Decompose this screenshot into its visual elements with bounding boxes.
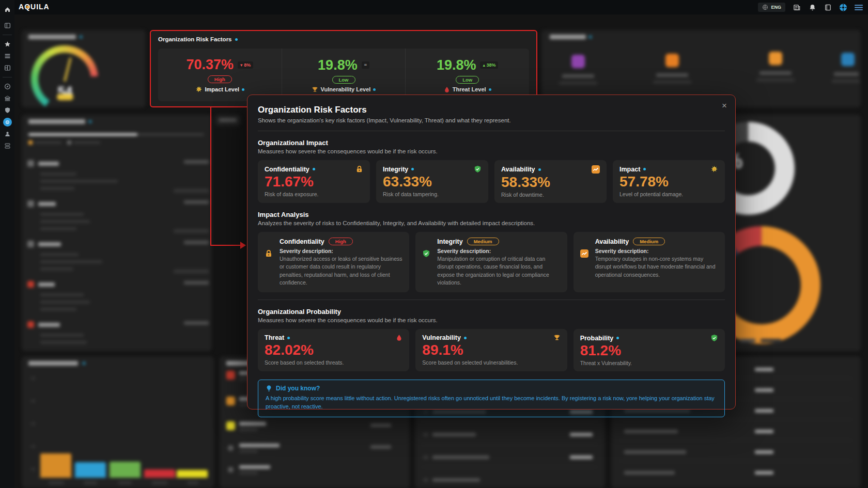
- info-dot-icon[interactable]: [489, 88, 491, 91]
- active-module-icon[interactable]: [2, 116, 13, 128]
- card-value: 58.33%: [501, 174, 600, 191]
- metric-delta: ▴ 38%: [480, 61, 498, 69]
- metric-delta: ▾ 8%: [238, 61, 253, 69]
- info-dot-icon[interactable]: [464, 337, 467, 339]
- card-value: 71.67%: [265, 174, 363, 190]
- section-desc-probability: Measures how severe the consequences wou…: [258, 317, 725, 323]
- severity-text: Manipulation or corruption of critical d…: [437, 255, 560, 287]
- info-dot-icon[interactable]: [643, 168, 646, 170]
- bell-icon[interactable]: [808, 3, 816, 11]
- pending-tasks-panel: [22, 115, 212, 351]
- metric-delta: =: [362, 61, 369, 69]
- severity-label: Severity description:: [437, 248, 560, 254]
- help-compass-icon[interactable]: [839, 3, 847, 11]
- institution-icon[interactable]: [2, 92, 13, 104]
- impact-level-metric: 70.37% ▾ 8% High Impact Level: [158, 49, 282, 101]
- metric-label: Impact Level: [205, 86, 240, 92]
- language-selector[interactable]: ENG: [758, 3, 785, 12]
- card-title: Probability: [580, 335, 614, 342]
- level-pill: High: [208, 75, 232, 83]
- bar: [75, 462, 106, 478]
- threat-level-metric: 19.8% ▴ 38% Low Threat Level: [405, 49, 529, 101]
- annotation-connector-line: [210, 245, 241, 246]
- section-heading-probability: Organizational Probability: [258, 308, 725, 316]
- info-dot-icon[interactable]: [373, 88, 376, 91]
- quick-action-icon[interactable]: [665, 54, 679, 67]
- info-dot-icon[interactable]: [616, 337, 619, 339]
- menu-icon[interactable]: [855, 3, 863, 11]
- card-desc: Score based on selected threats.: [265, 359, 402, 366]
- globe-icon: [762, 4, 768, 10]
- level-pill: Low: [332, 76, 355, 84]
- org-risk-factors-modal: × Organization Risk Factors Shows the or…: [247, 95, 736, 410]
- board-icon[interactable]: [2, 62, 13, 73]
- info-dot-icon[interactable]: [242, 88, 244, 91]
- card-title: Integrity: [437, 238, 462, 245]
- impact-card-impact: Impact 57.78% Level of potential damage.: [613, 160, 725, 203]
- metric-label: Vulnerability Level: [321, 86, 371, 92]
- trophy-icon: [312, 86, 318, 93]
- trend-chart-icon: [592, 165, 600, 174]
- compass-icon[interactable]: [2, 81, 13, 92]
- severity-label: Severity description:: [280, 248, 402, 254]
- card-value: 57.78%: [619, 174, 718, 190]
- lightbulb-icon: [266, 385, 272, 392]
- bar: [40, 453, 71, 478]
- severity-pill: Medium: [633, 238, 665, 245]
- level-pill: Low: [456, 76, 479, 84]
- card-title: Availability: [595, 238, 629, 245]
- card-value: 81.2%: [580, 342, 718, 359]
- lock-icon: [355, 165, 363, 173]
- trend-chart-icon: [580, 249, 588, 258]
- quick-action-icon[interactable]: [841, 53, 855, 66]
- app-logo: AQUILA: [19, 3, 50, 11]
- info-dot-icon[interactable]: [235, 38, 238, 41]
- shield-icon[interactable]: [2, 104, 13, 116]
- info-dot-icon[interactable]: [313, 168, 315, 170]
- panel-toggle-icon[interactable]: [2, 20, 13, 31]
- impact-card-integrity: Integrity 63.33% Risk of data tampering.: [376, 160, 488, 203]
- home-icon[interactable]: [2, 4, 13, 15]
- impact-card-availability: Availability 58.33% Risk of downtime.: [494, 160, 607, 203]
- gauge-badge: [57, 94, 73, 100]
- info-dot-icon[interactable]: [287, 337, 290, 339]
- book-icon[interactable]: [824, 3, 832, 11]
- card-desc: Risk of data exposure.: [265, 191, 363, 197]
- card-title: Confidentiality: [280, 238, 324, 245]
- bar: [144, 469, 175, 478]
- database-icon[interactable]: [2, 140, 13, 151]
- favorites-star-icon[interactable]: [2, 38, 13, 50]
- card-title: Vulnerability: [422, 334, 461, 341]
- severity-pill: Medium: [467, 238, 499, 245]
- card-desc: Risk of downtime.: [501, 192, 600, 198]
- quick-action-icon[interactable]: [769, 52, 782, 65]
- close-icon[interactable]: ×: [722, 101, 727, 110]
- impact-burst-icon: [195, 86, 203, 93]
- top-navbar: AQUILA ENG: [0, 0, 868, 14]
- drop-icon: [396, 334, 402, 341]
- impact-card-confidentiality: Confidentiality 71.67% Risk of data expo…: [258, 160, 370, 203]
- annotation-arrow-icon: [240, 242, 246, 249]
- card-title: Integrity: [383, 166, 408, 173]
- section-heading-analysis: Impact Analysis: [258, 211, 725, 218]
- card-value: 82.02%: [265, 342, 402, 358]
- quick-action-icon[interactable]: [571, 55, 585, 68]
- bar: [110, 462, 141, 478]
- task-count-chip: [215, 115, 241, 126]
- section-desc-impact: Measures how severe the consequences wou…: [258, 148, 725, 154]
- severity-label: Severity description:: [595, 248, 718, 254]
- card-title: Confidentiality: [265, 166, 309, 173]
- section-heading-impact: Organizational Impact: [258, 139, 725, 147]
- card-desc: Threat x Vulnerability.: [580, 360, 718, 366]
- top-assets-bar-panel: [22, 356, 214, 488]
- probability-card-threat: Threat 82.02% Score based on selected th…: [258, 329, 409, 371]
- language-label: ENG: [771, 5, 781, 10]
- bar: [177, 470, 208, 478]
- info-dot-icon[interactable]: [411, 168, 414, 170]
- user-icon[interactable]: [2, 128, 13, 139]
- info-dot-icon[interactable]: [538, 168, 541, 171]
- panel-title: Organization Risk Factors: [158, 36, 232, 42]
- list-icon[interactable]: [2, 50, 13, 61]
- section-desc-analysis: Analyzes the severity of risks to Confid…: [258, 220, 725, 226]
- news-icon[interactable]: [793, 3, 801, 11]
